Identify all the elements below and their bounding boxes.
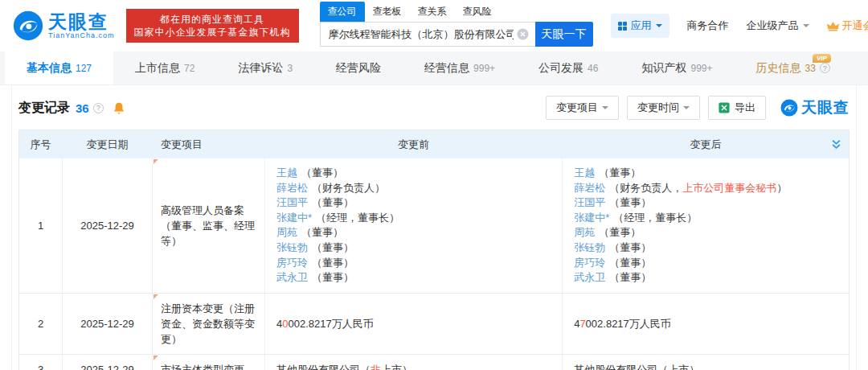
tab[interactable]: 法律诉讼3 <box>216 51 314 84</box>
tab[interactable]: 知识产权999+ <box>620 51 734 84</box>
person-role: （董事） <box>312 271 354 283</box>
collapse-double-chevron-icon[interactable] <box>831 139 841 150</box>
person-entry: 周苑（董事） <box>574 225 841 240</box>
chevron-down-icon <box>656 24 662 31</box>
person-link[interactable]: 汪国平 <box>276 196 308 208</box>
search-block: 查公司查老板查关系查风险 天眼一下 <box>320 0 593 51</box>
person-entry: 房巧玲（董事） <box>574 256 841 271</box>
column-header: 序号 <box>19 130 63 158</box>
table-body: 12025-12-29高级管理人员备案（董事、监事、经理等）王越（董事）薛岩松（… <box>19 158 849 370</box>
tianyancha-logo-icon <box>13 10 43 41</box>
section-title: 变更记录 <box>18 100 70 117</box>
person-link[interactable]: 张钰勃 <box>574 241 605 253</box>
person-link[interactable]: 武永卫 <box>574 271 605 283</box>
column-header: 变更日期 <box>63 130 153 158</box>
person-link[interactable]: 房巧玲 <box>574 257 605 269</box>
monitor-bell-icon[interactable] <box>113 102 125 114</box>
main-tabbar: 基本信息127上市信息72法律诉讼3经营风险经营信息999+公司发展46知识产权… <box>0 51 868 85</box>
table-header-row: 序号变更日期变更项目变更前变更后 <box>19 130 849 158</box>
row-number: 1 <box>19 158 63 293</box>
change-after: 其他股份有限公司（上市） <box>563 355 849 370</box>
change-value: 其他股份有限公司（非上市） <box>276 362 554 370</box>
brand-name: 天眼查 <box>48 11 108 32</box>
business-cooperation-link[interactable]: 商务合作 <box>687 18 729 33</box>
person-entry: 薛岩松（财务负责人） <box>276 181 554 196</box>
enterprise-products-menu[interactable]: 企业级产品 <box>747 18 809 33</box>
person-link[interactable]: 张建中* <box>574 212 609 224</box>
tab[interactable]: 经营风险 <box>314 51 403 84</box>
person-link[interactable]: 周苑 <box>574 226 595 238</box>
search-tab[interactable]: 查老板 <box>365 2 410 22</box>
help-icon[interactable]: ? <box>93 103 104 113</box>
slogan-line-1: 都在用的商业查询工具 <box>134 13 291 26</box>
person-link[interactable]: 王越 <box>574 166 595 179</box>
tianyancha-logo[interactable]: 天眼查 TianYanCha.com <box>13 10 115 41</box>
change-before: 王越（董事）薛岩松（财务负责人）汪国平（董事）张建中*（经理，董事长）周苑（董事… <box>265 158 563 293</box>
person-role: （财务负责人，上市公司董事会秘书） <box>609 182 787 194</box>
column-header: 变更后 <box>563 130 849 158</box>
header-nav: 应用 商务合作 企业级产品 开通会员 <box>593 14 868 38</box>
table-row: 22025-12-29注册资本变更（注册资金、资金数额等变更）40002.821… <box>19 294 849 355</box>
person-role: （经理，董事长） <box>316 212 399 224</box>
table-row: 32025-12-29市场主体类型变更其他股份有限公司（非上市）其他股份有限公司… <box>19 355 849 370</box>
change-value: 其他股份有限公司（上市） <box>574 362 841 370</box>
search-tabs: 查公司查老板查关系查风险 <box>320 2 593 22</box>
person-link[interactable]: 王越 <box>276 166 297 179</box>
open-vip-menu[interactable]: 开通会员 <box>827 18 868 33</box>
search-tab[interactable]: 查风险 <box>455 2 500 22</box>
change-after: 47002.8217万人民币 <box>563 294 849 354</box>
person-link[interactable]: 薛岩松 <box>574 182 605 194</box>
filter-dropdown[interactable]: 变更项目 <box>546 96 619 120</box>
person-link[interactable]: 薛岩松 <box>276 182 308 194</box>
change-after: 王越（董事）薛岩松（财务负责人，上市公司董事会秘书）汪国平（董事）张建中*（经理… <box>563 158 849 293</box>
tab[interactable]: 上市信息72 <box>113 51 216 84</box>
tab[interactable]: 公司发展46 <box>517 51 620 84</box>
chevron-down-icon <box>803 24 809 31</box>
person-entry: 张钰勃（董事） <box>574 240 841 256</box>
person-entry: 张建中*（经理，董事长） <box>574 211 841 226</box>
row-number: 3 <box>19 355 63 370</box>
chevron-down-icon <box>602 106 608 113</box>
search-tab[interactable]: 查关系 <box>410 2 455 22</box>
person-link[interactable]: 武永卫 <box>276 271 308 283</box>
person-entry: 房巧玲（董事） <box>276 256 554 271</box>
person-entry: 周苑（董事） <box>276 225 554 240</box>
person-entry: 武永卫（董事） <box>276 270 554 286</box>
tab[interactable]: 基本信息127 <box>5 51 113 84</box>
column-header: 变更前 <box>265 130 563 158</box>
person-role: （经理，董事长） <box>613 212 697 224</box>
brand-domain: TianYanCha.com <box>48 31 115 39</box>
export-button[interactable]: 导出 <box>708 96 766 120</box>
clear-search-icon[interactable] <box>517 28 529 40</box>
search-input[interactable] <box>321 28 517 40</box>
person-role: （董事） <box>312 196 354 208</box>
tab[interactable]: 历史信息33VIP? <box>735 51 852 84</box>
column-header: 变更项目 <box>153 130 265 158</box>
apps-grid-icon <box>618 22 627 31</box>
person-link[interactable]: 张建中* <box>276 212 312 224</box>
person-role: （董事） <box>312 257 354 269</box>
person-link[interactable]: 汪国平 <box>574 196 605 208</box>
person-link[interactable]: 房巧玲 <box>276 257 308 269</box>
person-entry: 王越（董事） <box>276 166 554 181</box>
person-link[interactable]: 周苑 <box>276 226 297 238</box>
person-role: （财务负责人） <box>312 182 385 194</box>
person-role: （董事） <box>609 241 651 253</box>
person-role: （董事） <box>609 271 651 283</box>
change-records-header: 变更记录 36 ? 变更项目变更时间 导出 <box>18 85 850 130</box>
person-entry: 张建中*（经理，董事长） <box>276 211 554 226</box>
person-role: （董事） <box>609 257 651 269</box>
search-tab[interactable]: 查公司 <box>320 2 365 22</box>
person-role: （董事） <box>312 241 354 253</box>
person-entry: 王越（董事） <box>574 166 841 181</box>
help-icon[interactable]: ? <box>820 63 830 73</box>
tianyancha-watermark: 天眼查 <box>780 97 850 118</box>
search-input-wrap <box>320 22 535 47</box>
person-entry: 汪国平（董事） <box>574 195 841 211</box>
search-button[interactable]: 天眼一下 <box>535 22 593 47</box>
tab[interactable]: 经营信息999+ <box>403 51 517 84</box>
filter-dropdown[interactable]: 变更时间 <box>627 96 700 120</box>
section-actions: 变更项目变更时间 导出 <box>538 96 850 120</box>
person-link[interactable]: 张钰勃 <box>276 241 308 253</box>
apps-menu[interactable]: 应用 <box>611 14 669 38</box>
